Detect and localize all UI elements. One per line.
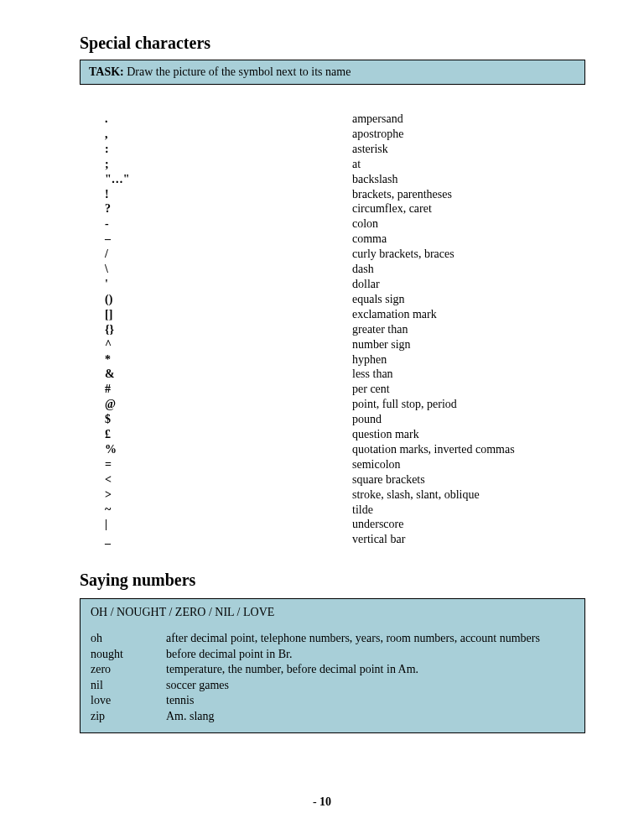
numbers-box: OH / NOUGHT / ZERO / NIL / LOVE oh after… <box>80 598 585 733</box>
numbers-row: zero temperature, the number, before dec… <box>91 662 574 677</box>
name-item: vertical bar <box>352 532 585 547</box>
name-item: greater than <box>352 322 585 337</box>
numbers-def: soccer games <box>166 678 574 693</box>
symbol-item: * <box>105 352 352 367</box>
name-item: hyphen <box>352 352 585 367</box>
symbol-item: _ <box>105 532 352 547</box>
symbol-item: > <box>105 487 352 503</box>
name-item: circumflex, caret <box>352 201 585 216</box>
name-item: apostrophe <box>352 127 585 142</box>
numbers-row: oh after decimal point, telephone number… <box>91 631 574 646</box>
symbol-item: [] <box>105 307 352 322</box>
numbers-term: oh <box>91 631 166 646</box>
symbols-column: . , : ; "…" ! ? - – / \ ' () [] {} ^ * &… <box>105 112 352 547</box>
symbol-item: £ <box>105 427 352 442</box>
heading-saying-numbers: Saying numbers <box>80 571 585 590</box>
numbers-def: Am. slang <box>166 709 574 724</box>
name-item: asterisk <box>352 142 585 157</box>
name-item: comma <box>352 232 585 247</box>
name-item: colon <box>352 216 585 232</box>
symbol-item: ^ <box>105 337 352 352</box>
footer-dash: - <box>313 795 319 808</box>
symbol-item: % <box>105 442 352 457</box>
name-item: less than <box>352 367 585 382</box>
numbers-term: zip <box>91 709 166 724</box>
symbol-item: ~ <box>105 503 352 518</box>
symbol-columns: . , : ; "…" ! ? - – / \ ' () [] {} ^ * &… <box>80 112 585 547</box>
numbers-term: zero <box>91 662 166 677</box>
numbers-box-title: OH / NOUGHT / ZERO / NIL / LOVE <box>91 606 574 619</box>
numbers-row: nought before decimal point in Br. <box>91 647 574 662</box>
symbol-item: – <box>105 232 352 247</box>
symbol-item: / <box>105 247 352 262</box>
symbol-item: ! <box>105 187 352 202</box>
task-box: TASK: Draw the picture of the symbol nex… <box>80 60 585 85</box>
symbol-item: - <box>105 216 352 232</box>
name-item: question mark <box>352 427 585 442</box>
symbol-item: = <box>105 457 352 472</box>
task-text: Draw the picture of the symbol next to i… <box>124 65 351 78</box>
symbol-item: . <box>105 112 352 127</box>
symbol-item: {} <box>105 322 352 337</box>
page: Special characters TASK: Draw the pictur… <box>0 0 644 834</box>
page-number: 10 <box>319 795 331 808</box>
name-item: equals sign <box>352 292 585 307</box>
heading-special-characters: Special characters <box>80 34 585 53</box>
numbers-row: love tennis <box>91 693 574 708</box>
symbol-item: : <box>105 142 352 157</box>
numbers-term: nil <box>91 678 166 693</box>
names-column: ampersand apostrophe asterisk at backsla… <box>352 112 585 547</box>
symbol-item: , <box>105 127 352 142</box>
name-item: underscore <box>352 517 585 532</box>
name-item: exclamation mark <box>352 307 585 322</box>
name-item: backslash <box>352 172 585 187</box>
name-item: ampersand <box>352 112 585 127</box>
name-item: stroke, slash, slant, oblique <box>352 487 585 503</box>
symbol-item: < <box>105 472 352 487</box>
symbol-item: & <box>105 367 352 382</box>
symbol-item: () <box>105 292 352 307</box>
numbers-row: nil soccer games <box>91 678 574 693</box>
name-item: quotation marks, inverted commas <box>352 442 585 457</box>
name-item: at <box>352 157 585 172</box>
name-item: semicolon <box>352 457 585 472</box>
numbers-def: tennis <box>166 693 574 708</box>
symbol-item: @ <box>105 397 352 412</box>
numbers-term: love <box>91 693 166 708</box>
name-item: curly brackets, braces <box>352 247 585 262</box>
name-item: number sign <box>352 337 585 352</box>
numbers-def: temperature, the number, before decimal … <box>166 662 574 677</box>
name-item: dollar <box>352 277 585 292</box>
symbol-item: \ <box>105 262 352 277</box>
name-item: pound <box>352 412 585 427</box>
name-item: tilde <box>352 503 585 518</box>
symbol-item: | <box>105 517 352 532</box>
name-item: square brackets <box>352 472 585 487</box>
numbers-row: zip Am. slang <box>91 709 574 724</box>
symbol-item: ' <box>105 277 352 292</box>
numbers-def: before decimal point in Br. <box>166 647 574 662</box>
symbol-item: "…" <box>105 172 352 187</box>
task-label: TASK: <box>89 65 124 78</box>
symbol-item: ? <box>105 201 352 216</box>
symbol-item: # <box>105 382 352 397</box>
name-item: per cent <box>352 382 585 397</box>
page-footer: - 10 <box>0 795 644 809</box>
symbol-item: ; <box>105 157 352 172</box>
numbers-term: nought <box>91 647 166 662</box>
name-item: dash <box>352 262 585 277</box>
name-item: brackets, parentheses <box>352 187 585 202</box>
symbol-item: $ <box>105 412 352 427</box>
numbers-def: after decimal point, telephone numbers, … <box>166 631 574 646</box>
name-item: point, full stop, period <box>352 397 585 412</box>
